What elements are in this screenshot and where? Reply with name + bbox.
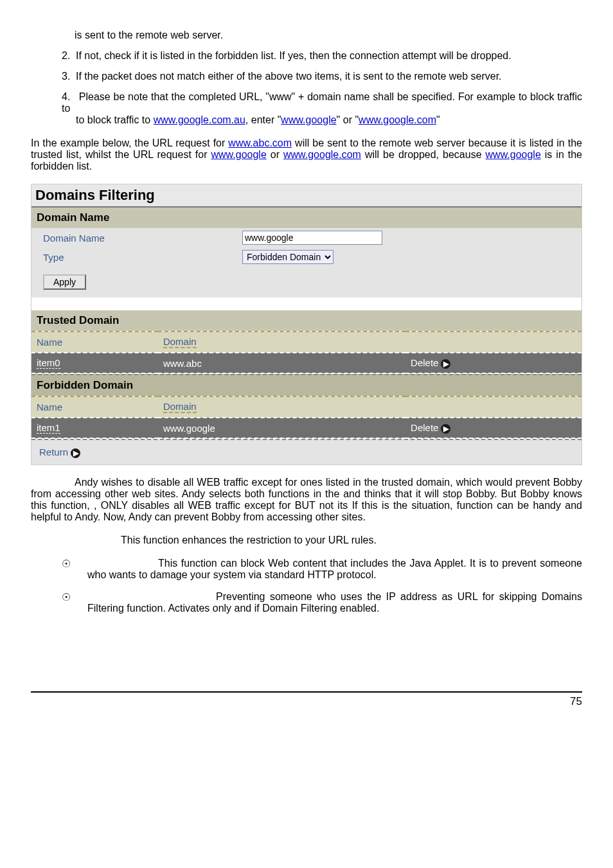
- text: to block traffic to: [76, 114, 154, 125]
- link-google-2[interactable]: www.google: [211, 149, 267, 160]
- bullet-icon: ☉: [62, 591, 87, 614]
- arrow-icon: ▶: [441, 359, 450, 369]
- type-select[interactable]: Forbidden Domain: [242, 250, 333, 264]
- domain-name-input[interactable]: [242, 231, 382, 245]
- apply-button[interactable]: Apply: [43, 274, 86, 290]
- bullet-icon: ☉: [62, 558, 87, 581]
- text: BUT not its: [295, 500, 352, 511]
- page-footer: 75: [31, 691, 582, 708]
- bullet-text-1: This function can block Web content that…: [87, 558, 582, 581]
- intro-continuation: is sent to the remote web server.: [75, 30, 582, 41]
- return-label: Return: [39, 447, 68, 457]
- col-domain: Domain: [158, 396, 405, 418]
- col-name: Name: [31, 332, 158, 353]
- andy-paragraph: Andy wishes to disable all WEB traffic e…: [31, 477, 582, 523]
- table-row: item1 www.google Delete▶: [31, 418, 582, 438]
- ordered-list: 2.If not, check if it is listed in the f…: [62, 50, 582, 126]
- col-domain: Domain: [158, 332, 405, 353]
- bullet-item: ☉ This function can block Web content th…: [62, 558, 582, 581]
- panel-title: Domains Filtering: [31, 184, 582, 208]
- delete-label: Delete: [411, 422, 438, 433]
- link-google-au[interactable]: www.google.com.au: [154, 114, 245, 125]
- text: , ONLY disables all WEB traffic except f…: [94, 500, 295, 511]
- link-google-com-2[interactable]: www.google.com: [283, 149, 361, 160]
- example-paragraph: In the example below, the URL request fo…: [31, 137, 582, 172]
- page-number: 75: [570, 695, 582, 707]
- text: In the example below, the URL request fo…: [31, 137, 228, 148]
- type-row: Type Forbidden Domain: [31, 247, 582, 267]
- link-abc[interactable]: www.abc.com: [228, 137, 292, 148]
- text: will be dropped, because: [361, 149, 486, 160]
- text: , enter ": [245, 114, 281, 125]
- list-number: 2.: [62, 50, 76, 62]
- link-google[interactable]: www.google: [281, 114, 336, 125]
- link-google-com[interactable]: www.google.com: [359, 114, 436, 125]
- type-label: Type: [43, 252, 242, 263]
- text: or: [267, 149, 283, 160]
- link-google-3[interactable]: www.google: [486, 149, 541, 160]
- domain-name-section-header: Domain Name: [31, 208, 582, 228]
- forbidden-domain-header: Forbidden Domain: [31, 374, 582, 396]
- text: " or ": [337, 114, 359, 125]
- text: ": [436, 114, 440, 125]
- delete-button[interactable]: Delete▶: [411, 357, 450, 368]
- bullet-item: ☉ Preventing someone who uses the IP add…: [62, 591, 582, 614]
- forbidden-item-name[interactable]: item1: [37, 422, 60, 434]
- forbidden-item-domain: www.google: [158, 418, 405, 438]
- list-number: 4.: [62, 91, 76, 103]
- delete-button[interactable]: Delete▶: [411, 422, 450, 433]
- list-number: 3.: [62, 71, 76, 82]
- table-row: item0 www.abc Delete▶: [31, 353, 582, 373]
- enhance-line: This function enhances the restriction t…: [121, 535, 582, 546]
- arrow-icon: ▶: [71, 448, 80, 458]
- delete-label: Delete: [411, 357, 438, 368]
- return-button[interactable]: Return▶: [31, 439, 582, 465]
- trusted-domain-header: Trusted Domain: [31, 310, 582, 331]
- trusted-item-domain: www.abc: [158, 353, 405, 373]
- list-item-2: If not, check if it is listed in the for…: [76, 50, 511, 61]
- trusted-item-name[interactable]: item0: [37, 357, 60, 369]
- col-name: Name: [31, 396, 158, 418]
- domains-filtering-panel: Domains Filtering Domain Name Domain Nam…: [31, 184, 582, 465]
- arrow-icon: ▶: [441, 424, 450, 434]
- domain-name-row: Domain Name: [31, 228, 582, 247]
- bullet-text-2: Preventing someone who uses the IP addre…: [87, 591, 582, 614]
- trusted-domain-table: Name Domain item0 www.abc Delete▶: [31, 331, 582, 374]
- text: Please be note that the completed URL, "…: [62, 91, 582, 114]
- list-item-4: Please be note that the completed URL, "…: [62, 91, 582, 126]
- text: If this is the situation,: [352, 500, 457, 511]
- domain-name-label: Domain Name: [43, 233, 242, 244]
- forbidden-domain-table: Name Domain item1 www.google Delete▶: [31, 396, 582, 439]
- list-item-3: If the packet does not match either of t…: [76, 71, 502, 82]
